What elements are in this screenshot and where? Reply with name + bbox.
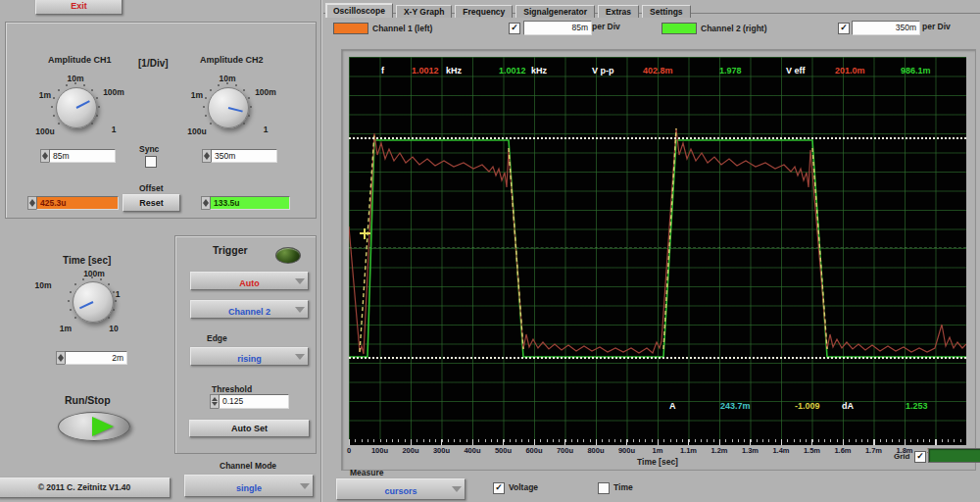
tab-signalgenerator[interactable]: Signalgenerator <box>515 5 595 18</box>
channel-mode-dropdown[interactable]: single <box>184 475 314 497</box>
x-tick-label: 1.4m <box>772 446 789 455</box>
knob-scale-label: 1 <box>112 125 117 134</box>
time-value-field[interactable]: 2m <box>65 351 127 365</box>
knob-tick <box>51 106 53 108</box>
knob-tick <box>96 97 98 99</box>
threshold-label: Threshold <box>212 384 252 394</box>
knob-tick <box>91 89 93 91</box>
knob-tick <box>83 84 85 86</box>
measurement-value: A <box>669 401 676 411</box>
measure-mode-dropdown[interactable]: cursors <box>336 478 466 500</box>
knob-scale-label: 1 <box>116 289 121 299</box>
knob-scale-label: 1 <box>264 125 269 134</box>
scope-display[interactable]: f1.0012kHz1.0012kHzV p-p402.8m1.978V eff… <box>349 57 966 445</box>
x-tick-label: 500u <box>495 446 512 455</box>
offset-ch1-field[interactable]: 425.3u <box>36 196 119 210</box>
grid-checkbox[interactable]: ✓ <box>914 451 926 463</box>
measurement-value: dA <box>842 401 854 411</box>
x-tick-label: 0 <box>347 446 351 455</box>
measure-mode-value: cursors <box>384 486 416 496</box>
x-axis-labels: 0100u200u300u400u500u600u700u800u900u1m1… <box>349 446 966 456</box>
offset-reset-button[interactable]: Reset <box>122 194 180 212</box>
knob-tick <box>70 291 72 293</box>
measurement-value: V p-p <box>592 66 614 75</box>
tab-oscilloscope[interactable]: Oscilloscope <box>325 3 393 18</box>
knob-tick <box>74 283 76 285</box>
x-tick-label: 1.2m <box>710 446 727 455</box>
tab-extras[interactable]: Extras <box>598 5 639 18</box>
channel-mode-label: Channel Mode <box>220 461 276 471</box>
run-stop-button[interactable] <box>58 412 130 441</box>
trigger-mode-value: Auto <box>239 278 260 288</box>
x-tick-label: 800u <box>587 446 604 455</box>
knob-tick <box>108 317 110 319</box>
trigger-edge-dropdown[interactable]: rising <box>190 347 309 366</box>
knob-tick <box>98 106 100 108</box>
knob-tick <box>70 309 72 311</box>
scope-frame: f1.0012kHz1.0012kHzV p-p402.8m1.978V eff… <box>341 49 976 471</box>
measure-label: Measure <box>350 468 384 477</box>
knob-scale-label: 100m <box>103 87 124 97</box>
trigger-source-dropdown[interactable]: Channel 2 <box>190 300 309 319</box>
channel1-per-div-field[interactable]: 85m <box>523 21 592 35</box>
trigger-led-icon <box>275 247 301 264</box>
voltage-cursor-line[interactable] <box>349 247 966 248</box>
x-tick-label: 100u <box>371 446 388 455</box>
dropdown-arrow-icon <box>295 354 305 360</box>
voltage-checkbox[interactable]: ✓ <box>493 482 505 494</box>
trigger-panel: Trigger Auto Channel 2 Edge rising Thres… <box>174 235 317 454</box>
amplitude-ch1-title: Amplitude CH1 <box>48 55 112 65</box>
tab-frequency[interactable]: Frequency <box>455 5 513 18</box>
edge-label: Edge <box>207 333 227 343</box>
grid-color-box[interactable] <box>928 448 980 463</box>
threshold-field[interactable]: 0.125 <box>219 394 289 409</box>
x-axis-major-ticks <box>349 439 966 445</box>
knob-tick <box>58 123 60 125</box>
knob-scale-label: 1m <box>191 90 203 100</box>
amplitude-ch1-value-field[interactable]: 85m <box>49 149 116 163</box>
waveform-canvas <box>349 57 966 439</box>
knob-needle <box>79 301 93 309</box>
exit-button[interactable]: Exit <box>35 0 122 15</box>
knob-needle <box>76 100 90 109</box>
knob-tick <box>58 89 60 91</box>
knob-tick <box>243 89 245 91</box>
measurement-value: 1.0012 <box>499 66 526 75</box>
knob-tick <box>100 278 102 280</box>
channel2-color-swatch <box>662 23 697 34</box>
knob-tick <box>91 123 93 125</box>
knob-tick <box>235 84 237 86</box>
knob-tick <box>248 97 250 99</box>
amplitude-ch2-title: Amplitude CH2 <box>200 55 264 65</box>
channel2-per-div-field[interactable]: 350m <box>852 21 920 35</box>
per-div-unit-label: [1/Div] <box>138 58 169 69</box>
x-tick-label: 1.7m <box>865 446 882 455</box>
time-checkbox[interactable] <box>598 482 610 494</box>
amplitude-ch2-value-field[interactable]: 350m <box>211 149 277 163</box>
measurement-value: 986.1m <box>901 66 931 75</box>
knob-tick <box>205 115 207 117</box>
channel1-trace <box>349 128 966 354</box>
measurement-value: 1.978 <box>719 66 742 75</box>
tab-settings[interactable]: Settings <box>642 5 691 18</box>
knob-scale-label: 10 <box>109 324 118 333</box>
trigger-mode-dropdown[interactable]: Auto <box>190 272 309 290</box>
channel1-enable-checkbox[interactable]: ✓ <box>509 23 520 34</box>
knob-scale-label: 100m <box>83 269 105 278</box>
tab-x-y-graph[interactable]: X-Y Graph <box>396 5 452 18</box>
knob-scale-label: 100u <box>35 126 54 136</box>
channel1-label: Channel 1 (left) <box>372 24 432 33</box>
x-tick-label: 1.5m <box>804 446 820 455</box>
grid-label: Grid <box>894 452 909 461</box>
channel2-enable-checkbox[interactable]: ✓ <box>838 23 850 34</box>
voltage-cursor-line[interactable] <box>349 137 966 139</box>
voltage-cursor-line[interactable] <box>349 357 966 359</box>
panel-divider-highlight <box>321 0 322 502</box>
sync-checkbox[interactable] <box>145 156 157 168</box>
auto-set-button[interactable]: Auto Set <box>189 420 310 437</box>
x-tick-label: 600u <box>525 446 542 455</box>
offset-ch2-field[interactable]: 133.5u <box>210 196 290 210</box>
channel2-trace <box>349 140 966 357</box>
x-tick-label: 1.3m <box>742 446 759 455</box>
knob-scale-label: 100m <box>255 87 276 97</box>
